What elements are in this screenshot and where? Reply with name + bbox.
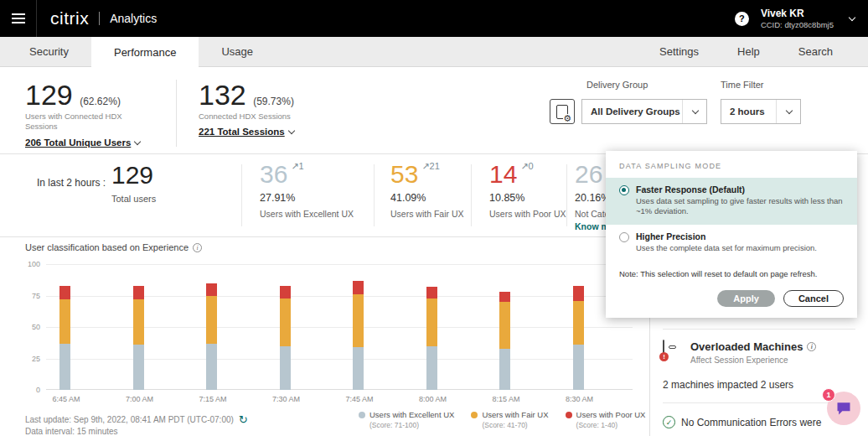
notification-badge: 1 [822, 388, 835, 402]
users-link-chevron-icon[interactable] [134, 138, 141, 144]
bar-segment [573, 301, 584, 345]
stat-value-3: 26 [575, 160, 602, 188]
stacked-bar[interactable] [133, 286, 144, 391]
gridline [46, 264, 633, 265]
radio-button-icon[interactable] [619, 232, 629, 242]
stat-pct-0: 27.91% [260, 192, 354, 204]
bar-segment [353, 281, 364, 295]
info-icon[interactable] [193, 243, 202, 252]
total-sessions-link[interactable]: 221 Total Sessions [199, 127, 285, 137]
brand-area: citrix Analytics [37, 8, 157, 29]
legend-label: Users with Poor UX [576, 410, 646, 420]
total-unique-users-link[interactable]: 206 Total Unique Users [25, 138, 131, 148]
tab-usage[interactable]: Usage [199, 37, 276, 66]
time-filter-dropdown[interactable]: 2 hours [721, 99, 801, 124]
y-tick-label: 75 [32, 292, 40, 300]
bar-segment [573, 345, 584, 390]
stacked-bar[interactable] [353, 281, 364, 391]
nav-help[interactable]: Help [737, 45, 760, 58]
stat-divider [566, 164, 567, 226]
bar-segment [499, 292, 510, 302]
tab-performance[interactable]: Performance [91, 37, 199, 68]
bar-segment [59, 344, 70, 391]
stacked-bar[interactable] [426, 287, 437, 390]
delivery-group-dropdown[interactable]: All Delivery Groups [581, 99, 707, 124]
stacked-bar[interactable] [206, 283, 217, 391]
time-filter-value: 2 hours [730, 106, 765, 117]
overloaded-title: Overloaded Machines [690, 340, 803, 353]
total-users-stat: 129 Total users [111, 161, 156, 204]
insight-communication-errors[interactable]: No Communication Errors were [663, 416, 821, 428]
info-icon[interactable] [807, 342, 816, 351]
radio-button-icon[interactable] [619, 185, 629, 195]
bar-segment [573, 286, 584, 301]
top-bar-right: ? Vivek KR CCID: dtyz08c8bmj5 [735, 8, 868, 30]
app-title: Analytics [110, 12, 157, 25]
popover-title: DATA SAMPLING MODE [606, 151, 857, 178]
tab-security[interactable]: Security [7, 37, 91, 66]
stacked-bar[interactable] [59, 286, 70, 391]
stat-label-2: Users with Poor UX [489, 209, 566, 219]
stat-label-0: Users with Excellent UX [260, 209, 354, 219]
nav-search[interactable]: Search [798, 45, 833, 58]
stacked-bar[interactable] [280, 286, 291, 391]
chart-title-row: User classification based on Experience [25, 242, 202, 252]
user-menu[interactable]: Vivek KR CCID: dtyz08c8bmj5 [761, 8, 834, 30]
trend-up-icon: ↗0 [520, 161, 533, 171]
bar-segment [426, 287, 437, 298]
x-axis: 6:45 AM7:00 AM7:15 AM7:30 AM7:45 AM8:00 … [46, 395, 633, 407]
stacked-bar[interactable] [573, 286, 584, 391]
popover-note: Note: This selection will reset to defau… [606, 261, 857, 282]
apply-button[interactable]: Apply [717, 290, 775, 307]
nav-settings[interactable]: Settings [659, 45, 699, 58]
legend-label: Users with Fair UX [482, 410, 548, 420]
legend-item-fair: Users with Fair UX (Score: 41-70) [471, 410, 548, 429]
last-update-text: Last update: Sep 9th, 2022, 08:41 AM PDT… [25, 415, 234, 424]
stacked-bar[interactable] [499, 292, 510, 390]
user-ccid: CCID: dtyz08c8bmj5 [761, 20, 834, 30]
stat-label-1: Users with Fair UX [390, 209, 464, 219]
summary-divider [176, 80, 177, 147]
stat-value-2: 14 [489, 160, 517, 188]
data-sampling-popover: DATA SAMPLING MODE Faster Response (Defa… [606, 151, 857, 318]
sessions-value: 132 [199, 79, 246, 111]
bar-segment [59, 299, 70, 344]
legend-label: Users with Excellent UX [369, 410, 454, 420]
guide-widget-button[interactable]: 1 [827, 392, 860, 425]
chart-footer: Last update: Sep 9th, 2022, 08:41 AM PDT… [25, 414, 248, 425]
users-pct: (62.62%) [80, 96, 121, 107]
period-label: In last 2 hours : [37, 177, 106, 189]
data-sampling-button[interactable] [550, 99, 575, 124]
y-tick-label: 50 [32, 323, 40, 331]
option-desc: Uses the complete data set for maximum p… [636, 243, 817, 253]
legend-item-poor: Users with Poor UX (Score: 1-40) [566, 410, 646, 429]
bar-segment [206, 344, 217, 391]
cancel-button[interactable]: Cancel [783, 290, 844, 307]
sampling-option-faster-response[interactable]: Faster Response (Default) Uses data set … [606, 178, 857, 225]
stat-fair: 53↗21 41.09% Users with Fair UX [390, 161, 464, 219]
legend-dot-0 [359, 412, 365, 418]
total-users-label: Total users [111, 194, 156, 204]
hamburger-menu-icon[interactable] [0, 0, 37, 37]
legend-score: (Score: 1-40) [576, 421, 646, 429]
summary-users: 129 (62.62%) Users with Connected HDX Se… [25, 80, 140, 149]
check-circle-icon [663, 416, 675, 428]
sessions-link-chevron-icon[interactable] [287, 127, 294, 134]
stat-value-0: 36 [260, 160, 287, 188]
overloaded-subtitle: Affect Session Experience [690, 356, 816, 365]
insight-overloaded-machines[interactable]: Overloaded Machines Affect Session Exper… [663, 340, 816, 365]
legend-score: (Score: 41-70) [482, 421, 548, 429]
bar-segment [426, 298, 437, 346]
bar-segment [206, 296, 217, 344]
help-icon[interactable]: ? [735, 12, 749, 26]
legend-item-excellent: Users with Excellent UX (Score: 71-100) [359, 410, 454, 429]
option-title: Faster Response (Default) [636, 184, 845, 195]
refresh-icon[interactable] [239, 414, 248, 425]
data-interval-text: Data interval: 15 minutes [25, 427, 118, 436]
delivery-group-chevron-icon [682, 100, 706, 123]
stats-row: In last 2 hours : 129 Total users 36↗1 2… [0, 154, 649, 237]
chart-section: User classification based on Experience … [0, 237, 649, 436]
user-chevron-down-icon[interactable] [849, 14, 855, 21]
trend-up-icon: ↗1 [291, 161, 303, 171]
sampling-option-higher-precision[interactable]: Higher Precision Uses the complete data … [606, 225, 857, 261]
